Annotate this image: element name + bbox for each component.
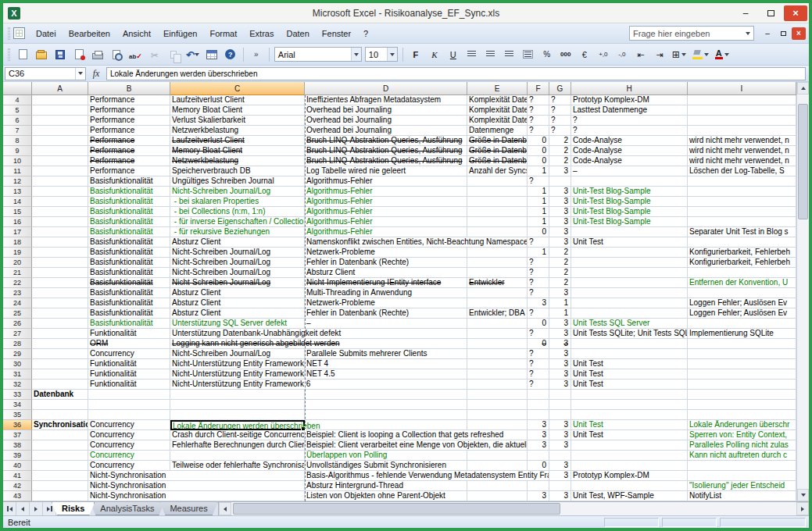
close-button[interactable]: × — [784, 5, 807, 21]
cell-F12[interactable]: ? — [528, 176, 549, 187]
scroll-up-button[interactable] — [797, 82, 809, 94]
cell-B32[interactable]: Funktionalität — [88, 380, 170, 390]
cell-F34[interactable] — [528, 400, 549, 410]
cell-B9[interactable]: Performance — [88, 146, 170, 156]
cell-A19[interactable] — [32, 248, 88, 258]
cell-C40[interactable]: Teilweise oder fehlerhafte Synchronisat — [170, 461, 305, 471]
cell-I10[interactable]: wird nicht mehr verwendet, n — [688, 156, 796, 166]
cell-H21[interactable] — [571, 268, 688, 278]
cell-F19[interactable]: 1 — [528, 248, 549, 258]
cell-G5[interactable]: ? — [549, 105, 571, 116]
name-box[interactable]: C36 — [5, 67, 86, 80]
row-header-16[interactable]: 16 — [3, 217, 32, 227]
cell-C4[interactable]: Laufzeitverlust Client — [170, 95, 305, 105]
cell-E25[interactable]: Entwickler; DBA — [467, 308, 528, 319]
cell-G21[interactable]: 2 — [549, 268, 571, 278]
cell-E26[interactable] — [467, 319, 528, 329]
cell-A14[interactable] — [32, 197, 88, 207]
print-preview-button[interactable] — [108, 47, 125, 62]
menu-extras[interactable]: Extras — [243, 26, 280, 41]
cell-C20[interactable]: Nicht-Schreiben Journal/Log — [170, 258, 305, 268]
cell-H13[interactable]: Unit-Test Blog-Sample — [571, 187, 688, 197]
row-header-23[interactable]: 23 — [3, 288, 32, 298]
row-header-38[interactable]: 38 — [3, 440, 32, 451]
cell-A29[interactable] — [32, 349, 88, 359]
cell-F25[interactable]: ? — [528, 308, 549, 319]
undo-button[interactable] — [184, 47, 202, 62]
cell-F9[interactable]: 0 — [528, 146, 549, 156]
cell-E9[interactable]: Größe in Datenbank — [467, 146, 528, 156]
cell-A13[interactable] — [32, 187, 88, 197]
cell-G42[interactable] — [549, 481, 571, 491]
row-header-14[interactable]: 14 — [3, 197, 32, 207]
row-header-17[interactable]: 17 — [3, 227, 32, 237]
cell-A24[interactable] — [32, 298, 88, 308]
col-header-G[interactable]: G — [549, 82, 571, 95]
cell-B31[interactable]: Funktionalität — [88, 369, 170, 380]
cell-C12[interactable]: Ungültiges Schreiben Journal — [170, 176, 305, 187]
toolbar-options-button[interactable]: » — [248, 47, 265, 62]
cell-I41[interactable] — [688, 471, 796, 481]
cell-B27[interactable]: Funktionalität — [88, 329, 170, 339]
align-right-button[interactable] — [501, 47, 518, 62]
cell-F5[interactable]: ? — [528, 105, 549, 116]
cell-D21[interactable]: Absturz Client — [305, 268, 467, 278]
row-header-32[interactable]: 32 — [3, 380, 32, 390]
cell-I7[interactable] — [688, 126, 796, 136]
cell-E35[interactable] — [467, 410, 528, 420]
cell-H18[interactable]: Unit Test — [571, 237, 688, 248]
row-header-12[interactable]: 12 — [3, 176, 32, 187]
cell-I18[interactable] — [688, 237, 796, 248]
cell-F8[interactable]: 0 — [528, 136, 549, 146]
minimize-button[interactable]: – — [734, 5, 757, 21]
cell-A20[interactable] — [32, 258, 88, 268]
cell-E23[interactable] — [467, 288, 528, 298]
col-header-H[interactable]: H — [571, 82, 688, 95]
cell-C37[interactable]: Crash durch Client-seitige Concurrency — [170, 430, 305, 440]
row-header-39[interactable]: 39 — [3, 451, 32, 461]
cell-H8[interactable]: Code-Analyse — [571, 136, 688, 146]
cell-B11[interactable]: Performance — [88, 166, 170, 176]
cell-F6[interactable]: ? — [528, 116, 549, 126]
cell-H7[interactable]: ? — [571, 126, 688, 136]
align-left-button[interactable] — [463, 47, 481, 62]
cell-F17[interactable]: 0 — [528, 227, 549, 237]
name-box-dropdown[interactable] — [75, 68, 85, 80]
row-header-27[interactable]: 27 — [3, 329, 32, 339]
toolbar-grip[interactable] — [8, 27, 10, 40]
cell-B26[interactable]: Basisfunktionalität — [88, 319, 170, 329]
thousands-button[interactable]: 000 — [557, 47, 574, 62]
row-header-28[interactable]: 28 — [3, 339, 32, 349]
cell-D43[interactable]: Listen von Objekten ohne Parent-Objekt — [305, 491, 467, 501]
spelling-button[interactable] — [127, 47, 145, 62]
percent-button[interactable]: % — [538, 47, 556, 62]
cell-F7[interactable]: ? — [528, 126, 549, 136]
cell-A12[interactable] — [32, 176, 88, 187]
cell-B37[interactable]: Concurrency — [88, 430, 170, 440]
cell-H36[interactable]: Unit Test — [571, 420, 688, 430]
cell-G41[interactable]: 3 — [549, 471, 571, 481]
cell-A36[interactable]: Synchronisation — [32, 420, 88, 430]
cell-D13[interactable]: Algorithmus-Fehler — [305, 187, 467, 197]
cell-I24[interactable]: Loggen Fehler; Auslösen Ev — [688, 298, 796, 308]
cell-C14[interactable]: - bei skalaren Properties — [170, 197, 305, 207]
cell-H28[interactable] — [571, 339, 688, 349]
select-all-corner[interactable] — [3, 82, 32, 95]
menu-daten[interactable]: Daten — [280, 26, 315, 41]
cell-A34[interactable] — [32, 400, 88, 410]
cell-D11[interactable]: Log Tabelle wired nie geleert — [305, 166, 467, 176]
row-header-6[interactable]: 6 — [3, 116, 32, 126]
cell-E10[interactable]: Größe in Datenbank — [467, 156, 528, 166]
col-header-A[interactable]: A — [32, 82, 88, 95]
cell-B10[interactable]: Performance — [88, 156, 170, 166]
cell-G32[interactable]: 3 — [549, 380, 571, 390]
row-header-35[interactable]: 35 — [3, 410, 32, 420]
cell-D8[interactable]: Bruch LINQ-Abstraktion Queries, Ausführu… — [305, 136, 467, 146]
cell-I33[interactable] — [688, 390, 796, 400]
row-header-15[interactable]: 15 — [3, 207, 32, 217]
row-header-31[interactable]: 31 — [3, 369, 32, 380]
cell-E43[interactable] — [467, 491, 528, 501]
cell-B18[interactable]: Basisfunktionalität — [88, 237, 170, 248]
cell-H19[interactable] — [571, 248, 688, 258]
align-center-button[interactable] — [482, 47, 499, 62]
